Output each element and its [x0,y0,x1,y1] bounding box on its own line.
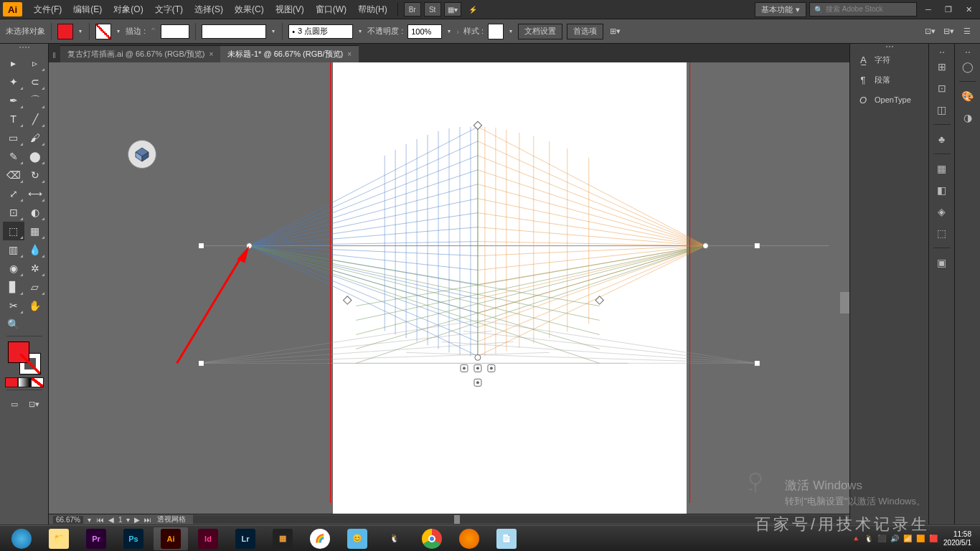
paintbrush-tool[interactable]: 🖌 [24,128,46,147]
menu-view[interactable]: 视图(V) [270,0,310,19]
swatches-panel-icon[interactable]: ◧ [932,180,952,200]
hand-tool[interactable]: ✋ [24,296,46,315]
gradient-tool[interactable]: ▥ [3,240,24,259]
panel-character[interactable]: A̲字符 [850,50,928,70]
align-panel-icon[interactable]: ⊡ [932,78,952,98]
panel-menu-icon[interactable]: ☰ [960,25,974,38]
perspective-plane-widget[interactable] [128,140,156,169]
tray-icon[interactable]: 🔺 [852,534,860,542]
direct-selection-tool[interactable]: ▹ [24,54,46,72]
panel-grip[interactable] [10,47,39,51]
tab-1[interactable]: 复古灯塔插画.ai @ 66.67% (RGB/预览)× [60,45,220,62]
zoom-tool[interactable]: 🔍 [3,315,24,334]
line-tool[interactable]: ╱ [24,110,46,128]
taskbar-app-browser[interactable] [4,527,39,550]
artboard-tool[interactable]: ▱ [24,278,46,296]
scale-tool[interactable]: ⤢ [3,184,24,203]
preferences-button[interactable]: 首选项 [567,24,603,39]
stroke-panel-icon[interactable]: ◈ [932,202,952,222]
gradient-panel-icon[interactable]: ⬚ [932,223,952,243]
fill-swatch[interactable] [57,24,73,39]
panel-grip[interactable] [850,44,928,50]
taskbar-app-firefox[interactable] [452,527,486,550]
transform-icon[interactable]: ⊡▾ [923,25,937,38]
taskbar-app-indesign[interactable]: Id [191,527,225,550]
taskbar-app-notes[interactable]: 📄 [489,527,524,550]
mesh-tool[interactable]: ▦ [24,222,46,240]
blob-brush-tool[interactable]: ⬤ [24,147,46,166]
brush-select[interactable]: • 3 点圆形 [288,24,353,39]
opacity-input[interactable] [407,24,442,39]
opacity-dropdown[interactable] [446,24,452,39]
stroke-weight-input[interactable] [161,24,189,39]
taskbar-app-photoshop[interactable]: Ps [116,527,151,550]
taskbar-app-illustrator[interactable]: Ai [154,527,188,550]
stroke-dropdown[interactable] [116,24,121,39]
minimize-button[interactable]: ─ [920,2,937,17]
isolate-icon[interactable]: ⊟▾ [941,25,956,38]
artboard-nav[interactable]: ⏮◀1▾▶⏭ [95,516,154,524]
magic-wand-tool[interactable]: ✦ [3,72,24,91]
pathfinder-panel-icon[interactable]: ◫ [932,100,952,120]
tray-icon[interactable]: ⬛ [877,534,886,542]
free-transform-tool[interactable]: ⊡ [3,203,24,222]
slice-tool[interactable]: ✂ [3,296,24,315]
menu-edit[interactable]: 编辑(E) [67,0,108,19]
color-mode-gradient[interactable] [18,377,31,387]
pencil-tool[interactable]: ✎ [3,147,24,166]
tray-icon[interactable]: 🐧 [864,534,873,542]
tray-icon[interactable]: 🟧 [916,534,925,542]
panel-grip[interactable] [940,50,944,55]
align-icon[interactable]: ⊞▾ [608,25,622,38]
canvas[interactable] [49,62,849,514]
close-button[interactable]: ✕ [960,2,977,17]
restore-button[interactable]: ❐ [940,2,957,17]
taskbar-app-qq[interactable]: 🐧 [377,527,412,550]
draw-mode[interactable]: ▭ [4,397,24,411]
bridge-button[interactable]: Br [404,2,421,17]
scrollbar-thumb[interactable] [454,515,460,524]
taskbar-app-lightroom[interactable]: Lr [228,527,263,550]
document-setup-button[interactable]: 文档设置 [518,24,562,39]
profile-dropdown[interactable] [270,24,276,39]
style-swatch[interactable] [488,24,504,39]
menu-type[interactable]: 文字(T) [149,0,189,19]
profile-input[interactable] [202,24,266,39]
workspace-switcher[interactable]: 基本功能▾ [755,2,806,17]
selection-tool[interactable]: ▸ [3,54,24,72]
arrange-button[interactable]: ▦▾ [444,2,461,17]
gpu-button[interactable]: ⚡ [464,2,481,17]
color-guide-panel-icon[interactable]: ◑ [958,108,978,128]
tray-icon[interactable]: 🟥 [929,534,938,542]
tray-network-icon[interactable]: 📶 [903,534,912,542]
color-mode-none[interactable] [31,377,44,387]
pen-tool[interactable]: ✒ [3,91,24,110]
tray-volume-icon[interactable]: 🔊 [890,534,899,542]
taskbar-app-reddit[interactable]: 😊 [340,527,374,550]
tab-2[interactable]: 未标题-1* @ 66.67% (RGB/预览)× [220,45,359,62]
taskbar-app-premiere[interactable]: Pr [79,527,113,550]
chevron-down-icon[interactable]: ▾ [88,516,91,524]
zoom-level[interactable]: 66.67% [53,516,83,524]
menu-help[interactable]: 帮助(H) [352,0,393,19]
eraser-tool[interactable]: ⌫ [3,166,24,184]
taskbar-clock[interactable]: 11:58 2020/5/1 [943,530,971,547]
properties-panel-icon[interactable]: ⊞ [932,57,952,77]
transparency-panel-icon[interactable]: ▣ [932,253,952,273]
color-panel-icon[interactable]: 🎨 [958,86,978,106]
taskbar-app-cloud[interactable]: 🌈 [303,527,337,550]
panel-grip[interactable] [966,50,970,55]
symbol-sprayer-tool[interactable]: ✲ [24,259,46,278]
stock-search[interactable]: 🔍搜索 Adobe Stock [809,2,917,17]
rectangle-tool[interactable]: ▭ [3,128,24,147]
menu-file[interactable]: 文件(F) [28,0,67,19]
taskbar-app-explorer[interactable]: 📁 [42,527,76,550]
brushes-panel-icon[interactable]: ♣ [932,129,952,149]
blend-tool[interactable]: ◉ [3,259,24,278]
vertical-scrollbar-thumb[interactable] [840,292,849,314]
close-icon[interactable]: × [209,50,213,58]
stroke-swatch[interactable] [95,24,111,39]
stock-button[interactable]: St [424,2,441,17]
symbols-panel-icon[interactable]: ▦ [932,159,952,179]
panel-opentype[interactable]: OOpenType [850,90,928,110]
